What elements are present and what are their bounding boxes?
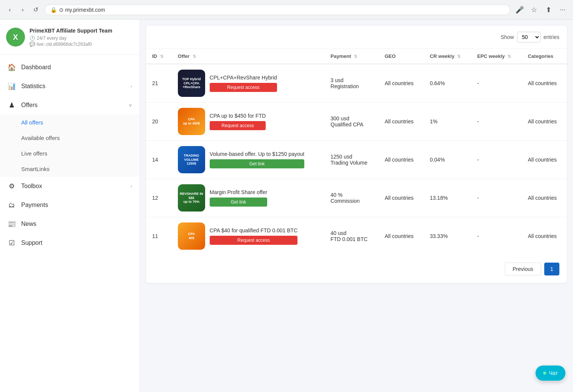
main-content: Show 50 25 100 entries ID ⇅ — [140, 20, 573, 392]
offers-icon: ♟ — [8, 101, 16, 109]
menu-button[interactable]: ··· — [557, 4, 568, 16]
cell-cr-weekly: 1% — [424, 103, 471, 141]
url-text: ⊙ my.primexbt.com — [59, 7, 105, 13]
main-inner: Show 50 25 100 entries ID ⇅ — [140, 26, 573, 283]
table-header: ID ⇅ Offer ⇅ Payment ⇅ — [146, 49, 567, 64]
cell-offer: CPA40$ CPA $40 for qualified FTD 0.001 B… — [172, 217, 324, 255]
sidebar-item-available-offers[interactable]: Available offers — [0, 130, 140, 146]
show-label: Show — [501, 34, 514, 40]
dashboard-label: Dashboard — [21, 64, 132, 71]
sidebar-item-offers[interactable]: ♟ Offers ∨ — [0, 96, 140, 115]
sort-epc-icon: ⇅ — [508, 54, 511, 59]
offer-info: Margin Profit Share offer Get link — [210, 189, 267, 207]
offer-thumbnail: CPA40$ — [178, 222, 205, 250]
offer-action-button[interactable]: Request access — [210, 83, 277, 92]
page-1-button[interactable]: 1 — [544, 263, 559, 275]
cell-id: 20 — [146, 103, 172, 141]
cell-geo: All countries — [378, 103, 424, 141]
sort-id-icon: ⇅ — [160, 54, 163, 59]
cell-offer: CPAup to 450$ CPA up to $450 for FTD Req… — [172, 103, 324, 141]
offer-name: Margin Profit Share offer — [210, 189, 267, 195]
offer-thumbnail: REVSHARE IN $$$up to 70% — [178, 184, 205, 212]
col-geo[interactable]: GEO — [378, 49, 424, 64]
sidebar-item-payments[interactable]: 🗂 Payments — [0, 196, 140, 215]
cell-cr-weekly: 33.33% — [424, 217, 471, 255]
sidebar-item-dashboard[interactable]: 🏠 Dashboard — [0, 58, 140, 77]
thumb-label: CPA40$ — [187, 230, 196, 242]
forward-button[interactable]: › — [17, 5, 28, 15]
toolbox-icon: ⚙ — [8, 182, 16, 190]
sidebar-item-live-offers[interactable]: Live offers — [0, 146, 140, 161]
entries-select[interactable]: 50 25 100 — [517, 32, 540, 42]
offer-action-button[interactable]: Request access — [210, 236, 297, 245]
col-epc-weekly[interactable]: EPC weekly ⇅ — [471, 49, 522, 64]
table-row: 12 REVSHARE IN $$$up to 70% Margin Profi… — [146, 179, 567, 217]
sidebar-item-statistics[interactable]: 📊 Statistics › — [0, 77, 140, 96]
cell-cr-weekly: 0.04% — [424, 141, 471, 179]
offers-table: ID ⇅ Offer ⇅ Payment ⇅ — [146, 49, 567, 255]
cell-epc-weekly: - — [471, 141, 522, 179]
browser-actions: 🎤 ☆ ⬆ ··· — [514, 4, 568, 16]
col-id[interactable]: ID ⇅ — [146, 49, 172, 64]
news-label: News — [21, 221, 132, 227]
entries-label: entries — [543, 34, 559, 40]
share-button[interactable]: ⬆ — [543, 4, 554, 16]
cell-geo: All countries — [378, 179, 424, 217]
thumb-label: CPAup to 450$ — [182, 116, 202, 127]
table-row: 20 CPAup to 450$ CPA up to $450 for FTD … — [146, 103, 567, 141]
cell-categories: All countries — [522, 64, 567, 103]
sidebar-header: X PrimeXBT Affiliate Support Team 🕐 24/7… — [0, 20, 140, 55]
chat-button[interactable]: Чат — [536, 366, 565, 381]
offer-action-button[interactable]: Get link — [210, 198, 267, 207]
thumb-label: TOP HybridCPL+CPA +RevShare — [178, 76, 205, 91]
offer-name: CPL+CPA+RevShare Hybrid — [210, 75, 277, 81]
cell-cr-weekly: 0.64% — [424, 64, 471, 103]
microphone-button[interactable]: 🎤 — [514, 4, 525, 16]
previous-button[interactable]: Previous — [505, 263, 541, 275]
cell-cr-weekly: 13.18% — [424, 179, 471, 217]
sidebar: X PrimeXBT Affiliate Support Team 🕐 24/7… — [0, 20, 140, 392]
offer-info: CPA $40 for qualified FTD 0.001 BTC Requ… — [210, 227, 297, 245]
cell-epc-weekly: - — [471, 64, 522, 103]
sidebar-item-news[interactable]: 📰 News — [0, 215, 140, 233]
table-body: 21 TOP HybridCPL+CPA +RevShare CPL+CPA+R… — [146, 64, 567, 255]
offer-info: Volume-based offer. Up to $1250 payout G… — [210, 151, 304, 168]
chat-icon: 💬 — [30, 42, 35, 47]
offer-action-button[interactable]: Request access — [210, 121, 266, 130]
schedule-info: 🕐 24/7 every day — [30, 36, 134, 41]
offers-arrow: ∨ — [129, 103, 132, 108]
address-bar[interactable]: 🔒 ⊙ my.primexbt.com — [45, 5, 510, 15]
table-row: 21 TOP HybridCPL+CPA +RevShare CPL+CPA+R… — [146, 64, 567, 103]
offer-action-button[interactable]: Get link — [210, 159, 304, 168]
cell-id: 11 — [146, 217, 172, 255]
offer-thumbnail: TRADING VOLUME1250$ — [178, 146, 205, 173]
col-payment[interactable]: Payment ⇅ — [324, 49, 378, 64]
sidebar-item-all-offers[interactable]: All offers — [0, 115, 140, 130]
offers-label: Offers — [21, 102, 123, 109]
back-button[interactable]: ‹ — [5, 5, 15, 15]
col-offer[interactable]: Offer ⇅ — [172, 49, 324, 64]
cell-id: 14 — [146, 141, 172, 179]
sidebar-item-toolbox[interactable]: ⚙ Toolbox › — [0, 177, 140, 196]
cell-epc-weekly: - — [471, 179, 522, 217]
sidebar-item-support[interactable]: ☑ Support — [0, 233, 140, 252]
sidebar-item-smartlinks[interactable]: SmartLinks — [0, 161, 140, 177]
reload-button[interactable]: ↺ — [30, 5, 41, 15]
news-icon: 📰 — [8, 220, 16, 228]
table-controls: Show 50 25 100 entries — [146, 26, 567, 49]
bookmark-button[interactable]: ☆ — [528, 4, 540, 16]
cell-epc-weekly: - — [471, 103, 522, 141]
sidebar-info: PrimeXBT Affiliate Support Team 🕐 24/7 e… — [30, 27, 134, 47]
app: X PrimeXBT Affiliate Support Team 🕐 24/7… — [0, 20, 573, 392]
toolbox-arrow: › — [131, 184, 132, 189]
browser-chrome: ‹ › ↺ 🔒 ⊙ my.primexbt.com 🎤 ☆ ⬆ ··· — [0, 0, 573, 20]
cell-categories: All countries — [522, 103, 567, 141]
statistics-arrow: › — [131, 84, 132, 89]
col-cr-weekly[interactable]: CR weekly ⇅ — [424, 49, 471, 64]
offer-thumbnail: TOP HybridCPL+CPA +RevShare — [178, 70, 205, 97]
toolbox-label: Toolbox — [21, 183, 125, 190]
cell-payment: 3 usdRegistration — [324, 64, 378, 103]
cell-offer: TOP HybridCPL+CPA +RevShare CPL+CPA+RevS… — [172, 64, 324, 103]
table-row: 11 CPA40$ CPA $40 for qualified FTD 0.00… — [146, 217, 567, 255]
cell-categories: All countries — [522, 179, 567, 217]
